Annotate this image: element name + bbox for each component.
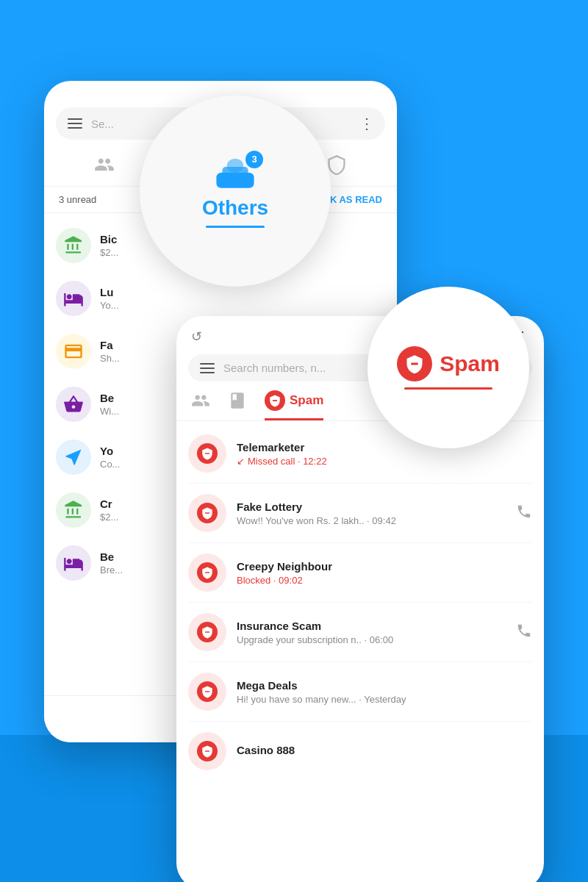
call-status: Upgrade your subscription n.. · 06:00 <box>237 634 506 645</box>
call-item[interactable]: Fake Lottery Wow!! You've won Rs. 2 lakh… <box>176 484 544 542</box>
big-spam-shield-icon <box>397 346 432 381</box>
people-icon <box>94 154 115 175</box>
avatar <box>56 334 91 369</box>
call-content: Insurance Scam Upgrade your subscription… <box>237 620 506 645</box>
others-zoom-title: Others <box>202 196 268 220</box>
avatar <box>56 440 91 475</box>
call-avatar <box>188 732 226 770</box>
call-status: Hi! you have so many new... · Yesterday <box>237 694 532 705</box>
message-content: Lu Yo... <box>100 286 385 311</box>
caller-name: Creepy Neighbour <box>237 560 532 573</box>
zoom-others-content: 3 Others <box>202 155 268 228</box>
call-phone-icon[interactable] <box>516 503 532 523</box>
call-avatar <box>188 673 226 711</box>
call-status: Wow!! You've won Rs. 2 lakh.. · 09:42 <box>237 515 506 526</box>
refresh-icon[interactable]: ↺ <box>191 329 202 345</box>
scene: Se... ⋮ <box>29 37 559 845</box>
message-preview: Yo... <box>100 300 385 311</box>
front-hamburger-icon[interactable] <box>200 363 215 373</box>
call-status: Blocked · 09:02 <box>237 575 532 586</box>
call-content: Telemarketer ↙ Missed call · 12:22 <box>237 441 532 467</box>
spam-avatar-icon <box>197 503 218 523</box>
call-content: Casino 888 <box>237 744 532 759</box>
others-num-badge: 3 <box>245 151 263 168</box>
spam-underline <box>404 387 492 390</box>
caller-name: Mega Deals <box>237 679 532 692</box>
front-people-icon <box>191 391 210 410</box>
caller-name: Fake Lottery <box>237 501 506 513</box>
caller-name: Insurance Scam <box>237 620 506 632</box>
call-content: Fake Lottery Wow!! You've won Rs. 2 lakh… <box>237 501 506 526</box>
spam-avatar-icon <box>197 741 218 761</box>
spam-tab-label: Spam <box>290 393 323 408</box>
others-icon-wrap: 3 <box>212 155 259 190</box>
front-tab-people[interactable] <box>191 391 210 420</box>
spam-zoom-title: Spam <box>440 351 500 376</box>
zoom-circle-spam: Spam <box>368 287 529 448</box>
call-item[interactable]: Insurance Scam Upgrade your subscription… <box>176 603 544 662</box>
spam-avatar-icon <box>197 562 218 583</box>
call-avatar <box>188 613 226 651</box>
shield-tab-icon <box>326 154 347 175</box>
call-item[interactable]: Creepy Neighbour Blocked · 09:02 <box>176 543 544 602</box>
spam-shield-icon <box>265 390 285 411</box>
spam-avatar-icon <box>197 443 218 464</box>
caller-name: Telemarketer <box>237 441 532 453</box>
avatar <box>56 281 91 316</box>
call-list: Telemarketer ↙ Missed call · 12:22 <box>176 421 544 784</box>
zoom-spam-content: Spam <box>397 346 500 381</box>
spam-avatar-icon <box>197 622 218 642</box>
sender-name: Lu <box>100 286 385 298</box>
call-content: Mega Deals Hi! you have so many new... ·… <box>237 679 532 705</box>
call-status: ↙ Missed call · 12:22 <box>237 456 532 467</box>
tab-people[interactable] <box>94 154 115 181</box>
avatar <box>56 387 91 422</box>
front-book-icon <box>228 391 247 410</box>
mark-read-button[interactable]: K AS READ <box>330 194 382 205</box>
call-item[interactable]: Casino 888 <box>176 722 544 781</box>
unread-count-text: 3 unread <box>59 194 96 205</box>
call-phone-icon[interactable] <box>516 623 532 642</box>
avatar <box>56 228 91 263</box>
avatar <box>56 545 91 581</box>
others-underline <box>206 226 265 228</box>
call-avatar <box>188 434 226 473</box>
front-tab-book[interactable] <box>228 391 247 420</box>
avatar <box>56 492 91 528</box>
front-search-text: Search numbers, n... <box>223 362 326 374</box>
zoom-circle-others: 3 Others <box>140 96 331 287</box>
call-avatar <box>188 553 226 592</box>
caller-name: Casino 888 <box>237 744 532 756</box>
front-tab-spam[interactable]: Spam <box>265 390 323 420</box>
call-avatar <box>188 494 226 532</box>
hamburger-icon[interactable] <box>68 118 82 129</box>
svg-point-5 <box>227 158 243 172</box>
back-more-icon[interactable]: ⋮ <box>359 115 373 132</box>
spam-avatar-icon <box>197 681 218 702</box>
call-item[interactable]: Mega Deals Hi! you have so many new... ·… <box>176 662 544 721</box>
call-content: Creepy Neighbour Blocked · 09:02 <box>237 560 532 586</box>
missed-icon: ↙ <box>237 456 245 467</box>
